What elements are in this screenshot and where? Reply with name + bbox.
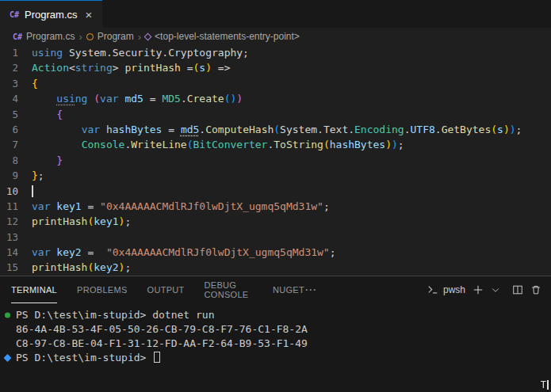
code-line[interactable]: 5 { — [0, 107, 551, 122]
tab-label: Program.cs — [25, 9, 77, 21]
panel-tab-terminal[interactable]: TERMINAL — [11, 276, 57, 303]
panel-tabs: TERMINALPROBLEMSOUTPUTDEBUG CONSOLENUGET — [11, 276, 304, 303]
method-icon — [144, 32, 152, 40]
line-number[interactable]: 1 — [0, 45, 32, 60]
code-line[interactable]: 7 Console.WriteLine(BitConverter.ToStrin… — [0, 137, 551, 152]
breadcrumb-item-file[interactable]: Program.cs — [26, 31, 75, 42]
terminal-line: 86-4A-4B-53-4F-05-50-26-CB-79-C8-F7-76-C… — [16, 322, 551, 337]
code-line[interactable]: 8 } — [0, 153, 551, 168]
breadcrumb-item-symbol[interactable]: Program — [98, 31, 134, 42]
split-terminal-icon[interactable] — [512, 284, 523, 295]
line-number[interactable]: 4 — [0, 91, 32, 106]
code-text: using System.Security.Cryptography; — [32, 45, 249, 60]
code-line[interactable]: 11var key1 = "0x4AAAAACMdlRJf0lwDjtX_ugm… — [0, 199, 551, 214]
code-line[interactable]: 4 using (var md5 = MD5.Create()) — [0, 91, 551, 106]
terminal-text: PS D:\test\im-stupid> dotnet run — [16, 309, 214, 321]
code-text: Action<string> printHash =(s) => — [32, 60, 231, 75]
code-line[interactable]: 3{ — [0, 76, 551, 91]
code-lines: 1using System.Security.Cryptography;2Act… — [0, 45, 551, 276]
line-number[interactable]: 9 — [0, 168, 32, 183]
code-line[interactable]: 2Action<string> printHash =(s) => — [0, 60, 551, 75]
terminal-line: PS D:\test\im-stupid> dotnet run — [16, 308, 551, 322]
line-number[interactable]: 8 — [0, 153, 32, 168]
code-line[interactable]: 14var key2 = "0x4AAAAACMdlRJf0lwDjtX_ugm… — [0, 245, 551, 260]
code-line[interactable]: 9}; — [0, 168, 551, 183]
csharp-file-icon: C# — [10, 10, 19, 19]
editor-tab-bar: C# Program.cs × — [0, 0, 551, 28]
prompt-diamond-icon — [4, 354, 12, 362]
terminal[interactable]: PS D:\test\im-stupid> dotnet run86-4A-4B… — [0, 303, 551, 392]
breadcrumb: C# Program.cs › Program › <top-level-sta… — [0, 28, 551, 45]
terminal-profile-dropdown-icon[interactable] — [491, 285, 500, 295]
editor-cursor — [32, 185, 33, 197]
line-number[interactable]: 10 — [0, 184, 32, 199]
terminal-text: 86-4A-4B-53-4F-05-50-26-CB-79-C8-F7-76-C… — [16, 323, 308, 335]
code-text: Console.WriteLine(BitConverter.ToString(… — [32, 137, 404, 152]
code-text: { — [32, 76, 38, 91]
panel-tab-problems[interactable]: PROBLEMS — [77, 276, 128, 303]
shell-selector[interactable]: pwsh — [427, 284, 465, 295]
tab-close-icon[interactable]: × — [83, 8, 95, 21]
vscode-window: C# Program.cs × C# Program.cs › Program … — [0, 0, 551, 392]
panel-header: TERMINALPROBLEMSOUTPUTDEBUG CONSOLENUGET… — [0, 276, 551, 303]
success-dot-icon — [5, 313, 10, 318]
code-line[interactable]: 13 — [0, 230, 551, 245]
terminal-line: C8-97-C8-BE-04-F1-31-12-FD-AA-F2-64-B9-5… — [16, 337, 551, 351]
csharp-file-icon: C# — [13, 32, 22, 41]
terminal-line: PS D:\test\im-stupid> — [16, 351, 551, 365]
code-line[interactable]: 10 — [0, 184, 551, 199]
code-text — [32, 184, 33, 199]
code-line[interactable]: 12printHash(key1); — [0, 214, 551, 229]
code-line[interactable]: 6 var hashBytes = md5.ComputeHash(System… — [0, 122, 551, 137]
code-text: printHash(key1); — [32, 214, 131, 229]
code-text: using (var md5 = MD5.Create()) — [32, 91, 243, 106]
terminal-lines: PS D:\test\im-stupid> dotnet run86-4A-4B… — [16, 308, 551, 365]
tab-program-cs[interactable]: C# Program.cs × — [0, 0, 102, 28]
chevron-right-icon: › — [78, 31, 82, 43]
panel-tab-output[interactable]: OUTPUT — [147, 276, 185, 303]
kill-terminal-icon[interactable] — [530, 284, 541, 295]
terminal-icon — [427, 284, 438, 295]
terminal-text: PS D:\test\im-stupid> — [16, 352, 152, 363]
bottom-panel: TERMINALPROBLEMSOUTPUTDEBUG CONSOLENUGET… — [0, 276, 551, 392]
code-text: var key1 = "0x4AAAAACMdlRJf0lwDjtX_ugmq5… — [32, 199, 330, 214]
corner-text: T — [541, 379, 549, 390]
line-number[interactable]: 11 — [0, 199, 32, 214]
line-number[interactable]: 15 — [0, 260, 32, 275]
terminal-text: C8-97-C8-BE-04-F1-31-12-FD-AA-F2-64-B9-5… — [16, 337, 308, 349]
terminal-cursor — [154, 352, 160, 363]
code-text: { — [32, 107, 63, 122]
chevron-right-icon: › — [138, 31, 141, 43]
code-line[interactable]: 15printHash(key2); — [0, 260, 551, 275]
line-number[interactable]: 2 — [0, 60, 32, 75]
panel-tab-debug-console[interactable]: DEBUG CONSOLE — [205, 276, 253, 303]
breadcrumb-item-entry-point[interactable]: <top-level-statements-entry-point> — [155, 31, 300, 42]
shell-name: pwsh — [443, 284, 465, 295]
code-editor[interactable]: 1using System.Security.Cryptography;2Act… — [0, 45, 551, 276]
more-views-icon[interactable]: ⋯ — [304, 283, 317, 297]
new-terminal-icon[interactable] — [473, 284, 484, 295]
line-number[interactable]: 5 — [0, 107, 32, 122]
line-number[interactable]: 14 — [0, 245, 32, 260]
code-text: var hashBytes = md5.ComputeHash(System.T… — [32, 122, 522, 137]
line-number[interactable]: 12 — [0, 214, 32, 229]
class-icon — [86, 33, 94, 40]
panel-tab-nuget[interactable]: NUGET — [273, 276, 304, 303]
line-number[interactable]: 6 — [0, 122, 32, 137]
code-text: } — [32, 153, 63, 168]
line-number[interactable]: 13 — [0, 230, 32, 245]
line-number[interactable]: 7 — [0, 137, 32, 152]
panel-controls: ⋯ pwsh — [304, 283, 541, 297]
code-line[interactable]: 1using System.Security.Cryptography; — [0, 45, 551, 60]
code-text: }; — [32, 168, 44, 183]
code-text: printHash(key2); — [32, 260, 131, 275]
code-text: var key2 = "0x4AAAAACMdlRJf0lwDjtX_ugmq5… — [32, 245, 336, 260]
line-number[interactable]: 3 — [0, 76, 32, 91]
